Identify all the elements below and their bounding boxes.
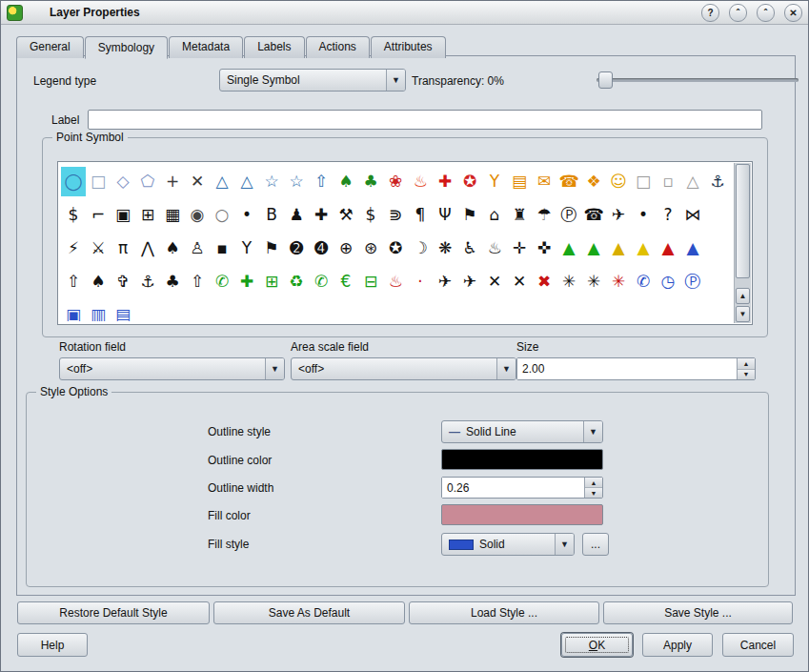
scroll-down-icon[interactable]: ▼ xyxy=(736,306,750,322)
symbol-cell[interactable]: ⚒ xyxy=(334,200,358,230)
spin-down-icon[interactable]: ▼ xyxy=(585,488,602,498)
symbol-cell[interactable]: ⇧ xyxy=(61,267,86,296)
area-scale-field-combo[interactable]: <off> ▼ xyxy=(291,357,516,380)
symbol-cell[interactable]: ⚓ xyxy=(705,167,730,196)
symbol-cell[interactable]: ✈ xyxy=(606,200,631,230)
ok-button[interactable]: OK xyxy=(561,633,633,657)
symbol-cell[interactable]: ♨ xyxy=(383,267,408,296)
symbol-cell[interactable]: ▤ xyxy=(111,300,135,321)
symbol-cell[interactable]: Ⓟ xyxy=(556,200,581,230)
symbol-cell[interactable]: ➋ xyxy=(284,234,309,263)
load-style-button[interactable]: Load Style ... xyxy=(409,601,599,624)
symbol-cell[interactable]: • xyxy=(234,200,259,230)
symbol-cell[interactable]: ✜ xyxy=(532,234,556,263)
symbol-cell[interactable]: Y xyxy=(234,234,259,263)
symbol-cell[interactable]: ▦ xyxy=(160,200,185,230)
chevron-down-icon[interactable]: ▼ xyxy=(386,70,405,91)
symbol-cell[interactable]: ✚ xyxy=(234,267,259,296)
symbol-cell[interactable]: ⊞ xyxy=(259,267,284,296)
symbol-cell[interactable]: ▤ xyxy=(507,167,532,196)
symbol-cell[interactable]: ⊛ xyxy=(358,234,383,263)
symbol-cell[interactable]: ✪ xyxy=(457,167,482,196)
symbol-cell[interactable]: Υ xyxy=(482,167,507,196)
symbol-cell[interactable]: ♠ xyxy=(334,167,358,196)
symbol-cell[interactable]: ✚ xyxy=(309,200,334,230)
symbol-cell[interactable]: ⇧ xyxy=(309,167,334,196)
symbol-cell[interactable]: ❀ xyxy=(383,167,408,196)
help-button[interactable]: Help xyxy=(17,633,88,657)
symbol-cell[interactable]: ⚑ xyxy=(259,234,284,263)
shade-window-button[interactable]: ˆ xyxy=(729,4,747,22)
symbol-cell[interactable]: ⇧ xyxy=(185,267,210,296)
symbol-cell[interactable]: Ψ xyxy=(433,200,457,230)
symbol-cell[interactable]: ▥ xyxy=(86,300,111,321)
symbol-cell[interactable]: ☂ xyxy=(532,200,556,230)
symbol-cell[interactable]: ▣ xyxy=(61,300,86,321)
save-as-default-button[interactable]: Save As Default xyxy=(213,601,405,624)
slider-handle[interactable] xyxy=(598,71,613,89)
symbol-cell[interactable]: ➍ xyxy=(309,234,334,263)
symbol-cell[interactable]: ✉ xyxy=(532,167,556,196)
symbol-cell[interactable]: $ xyxy=(358,200,383,230)
symbol-cell[interactable]: ✚ xyxy=(433,167,457,196)
symbol-cell[interactable]: Ⓟ xyxy=(680,267,705,296)
size-spinbox[interactable]: 2.00 ▲ ▼ xyxy=(516,357,756,380)
spin-up-icon[interactable]: ▲ xyxy=(585,478,602,488)
symbol-cell[interactable]: ⚓ xyxy=(135,267,160,296)
symbol-cell[interactable]: π xyxy=(111,234,135,263)
spin-up-icon[interactable]: ▲ xyxy=(738,358,755,370)
tab-labels[interactable]: Labels xyxy=(244,36,304,58)
scrollbar-track[interactable] xyxy=(735,279,751,287)
symbol-cell[interactable]: ⌂ xyxy=(482,200,507,230)
symbol-cell[interactable]: ✆ xyxy=(309,267,334,296)
symbol-cell[interactable]: ♨ xyxy=(408,167,433,196)
symbol-cell[interactable]: ▲ xyxy=(680,234,705,263)
symbol-cell[interactable]: ✞ xyxy=(111,267,135,296)
symbol-cell[interactable]: ♣ xyxy=(160,267,185,296)
symbol-cell[interactable]: B xyxy=(259,200,284,230)
symbol-cell[interactable]: △ xyxy=(680,167,705,196)
symbol-cell[interactable]: ♙ xyxy=(185,234,210,263)
save-style-button[interactable]: Save Style ... xyxy=(603,601,793,624)
symbol-cell[interactable]: ⋈ xyxy=(680,200,705,230)
symbol-cell[interactable]: ▫ xyxy=(656,167,680,196)
symbol-cell[interactable]: ◇ xyxy=(111,167,135,196)
symbol-cell[interactable]: ◯ xyxy=(61,167,86,196)
symbol-cell[interactable]: ☎ xyxy=(581,200,606,230)
fill-color-swatch[interactable] xyxy=(441,504,603,525)
scroll-up-icon[interactable]: ▲ xyxy=(736,288,750,304)
symbol-cell[interactable]: $ xyxy=(61,200,86,230)
symbol-cell[interactable]: ♿ xyxy=(457,234,482,263)
symbol-cell[interactable]: ⌐ xyxy=(86,200,111,230)
symbol-cell[interactable]: + xyxy=(160,167,185,196)
transparency-slider[interactable] xyxy=(597,70,799,89)
symbol-cell[interactable]: ⊕ xyxy=(334,234,358,263)
outline-style-combo[interactable]: — Solid Line ▼ xyxy=(441,420,603,443)
symbol-cell[interactable]: ❖ xyxy=(581,167,606,196)
close-window-button[interactable]: ✕ xyxy=(784,4,802,22)
tab-general[interactable]: General xyxy=(16,36,84,58)
symbol-cell[interactable]: · xyxy=(408,267,433,296)
symbol-cell[interactable]: △ xyxy=(210,167,234,196)
symbol-scrollbar[interactable]: ▲ ▼ xyxy=(734,163,751,323)
symbol-cell[interactable]: □ xyxy=(631,167,656,196)
symbol-cell[interactable]: ⊟ xyxy=(358,267,383,296)
tab-attributes[interactable]: Attributes xyxy=(371,36,446,58)
symbol-cell[interactable]: ▪ xyxy=(210,234,234,263)
symbol-cell[interactable]: ⬠ xyxy=(135,167,160,196)
rotation-field-combo[interactable]: <off> ▼ xyxy=(59,357,285,380)
symbol-cell[interactable]: ☎ xyxy=(556,167,581,196)
symbol-cell[interactable]: ✈ xyxy=(433,267,457,296)
symbol-cell[interactable]: ◷ xyxy=(656,267,680,296)
symbol-cell[interactable]: ? xyxy=(656,200,680,230)
fill-style-more-button[interactable]: ... xyxy=(582,533,609,556)
tab-actions[interactable]: Actions xyxy=(306,36,370,58)
symbol-cell[interactable]: ▣ xyxy=(111,200,135,230)
chevron-down-icon[interactable]: ▼ xyxy=(265,358,284,379)
symbol-cell[interactable]: ♣ xyxy=(358,167,383,196)
tab-symbology[interactable]: Symbology xyxy=(85,36,168,59)
symbol-cell[interactable]: ✈ xyxy=(457,267,482,296)
symbol-cell[interactable]: ♜ xyxy=(507,200,532,230)
symbol-cell[interactable]: ☺ xyxy=(606,167,631,196)
symbol-cell[interactable]: ✪ xyxy=(383,234,408,263)
